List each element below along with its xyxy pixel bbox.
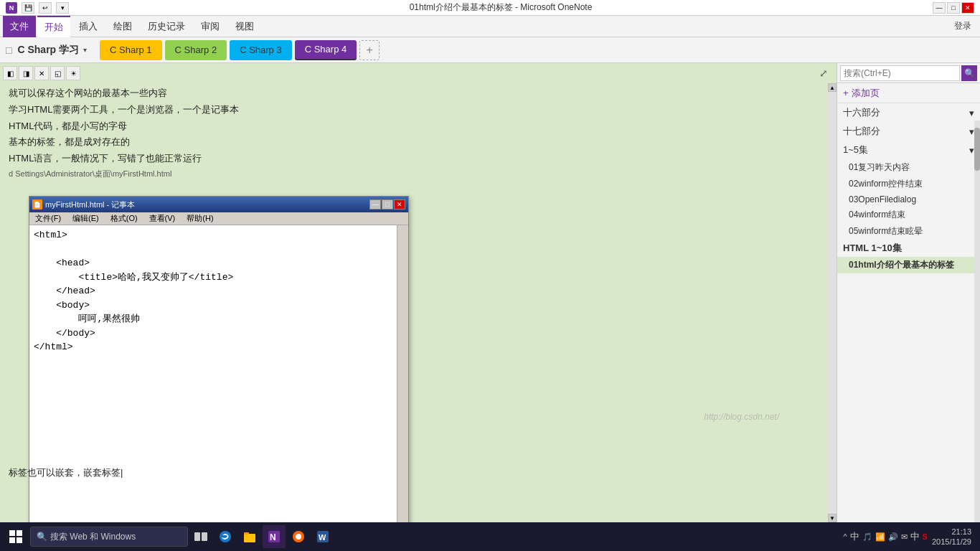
app-btn-5[interactable] xyxy=(287,525,310,548)
sidebar-section-16[interactable]: 十六部分 ▾ xyxy=(837,103,980,122)
svg-text:N: N xyxy=(270,532,276,542)
np-menu-file[interactable]: 文件(F) xyxy=(29,212,67,225)
sidebar-section-15[interactable]: 1~5集 ▾ xyxy=(837,141,980,159)
ct-btn-close[interactable]: ✕ xyxy=(34,66,49,80)
quick-save-btn[interactable]: 💾 xyxy=(22,2,34,14)
minimize-btn[interactable]: — xyxy=(933,2,946,14)
notepad-controls: — □ ✕ xyxy=(369,199,405,209)
section-16-arrow: ▾ xyxy=(969,108,974,118)
sidebar-item-03[interactable]: 03OpenFiledialog xyxy=(837,192,980,207)
ct-btn-1[interactable]: ◧ xyxy=(3,66,17,80)
np-menu-format[interactable]: 格式(O) xyxy=(105,212,143,225)
scroll-up[interactable]: ▲ xyxy=(828,83,837,92)
np-menu-view[interactable]: 查看(V) xyxy=(143,212,182,225)
ct-btn-2[interactable]: ◨ xyxy=(19,66,33,80)
page-content: 就可以保存这个网站的最基本一些内容 学习HTML需要两个工具，一个是浏览器，一个… xyxy=(0,83,837,188)
notebook-dropdown[interactable]: ▾ xyxy=(83,46,87,54)
sidebar-section-html[interactable]: HTML 1~10集 xyxy=(837,240,980,257)
title-bar: N 💾 ↩ ▾ 01html介绍个最基本的标签 - Microsoft OneN… xyxy=(0,0,980,16)
sidebar: 🔍 + 添加页 十六部分 ▾ 十七部分 ▾ 1~5集 ▾ 01复习昨天内容 02… xyxy=(837,63,980,522)
ribbon-tab-draw[interactable]: 绘图 xyxy=(106,16,139,37)
restore-btn[interactable]: □ xyxy=(947,2,960,14)
sidebar-item-04[interactable]: 04winform结束 xyxy=(837,207,980,223)
sidebar-item-05[interactable]: 05winform结束眩晕 xyxy=(837,223,980,240)
add-page-btn[interactable]: + 添加页 xyxy=(837,83,980,103)
tab-csharp1[interactable]: C Sharp 1 xyxy=(100,40,162,60)
taskbar-right: ^ 中 🎵 📶 🔊 ✉ 中 S 21:13 2015/11/29 xyxy=(843,527,977,547)
notepad-scrollbar[interactable] xyxy=(397,225,408,522)
tray-sougou: S xyxy=(923,532,928,541)
scroll-track[interactable] xyxy=(828,92,837,514)
ribbon: 文件 开始 插入 绘图 历史记录 审阅 视图 登录 xyxy=(0,16,980,37)
taskbar: 🔍 搜索 Web 和 Windows N xyxy=(0,522,980,551)
taskbar-search-icon: 🔍 xyxy=(37,532,47,542)
tray-msg: ✉ xyxy=(901,532,908,542)
ct-btn-restore[interactable]: ◱ xyxy=(50,66,65,80)
search-button[interactable]: 🔍 xyxy=(961,65,977,81)
ribbon-tab-file[interactable]: 文件 xyxy=(3,16,36,37)
tab-csharp4[interactable]: C Sharp 4 xyxy=(295,40,357,60)
notebook-name[interactable]: C Sharp 学习 xyxy=(17,44,79,57)
np-menu-help[interactable]: 帮助(H) xyxy=(181,212,219,225)
scroll-down[interactable]: ▼ xyxy=(828,514,837,522)
close-btn[interactable]: ✕ xyxy=(961,2,974,14)
explorer-btn[interactable] xyxy=(238,525,261,548)
tray-ime[interactable]: 中 xyxy=(910,530,920,543)
content-scrollbar[interactable]: ▲ ▼ xyxy=(828,83,837,522)
section-15-arrow: ▾ xyxy=(969,145,974,156)
start-button[interactable] xyxy=(3,524,29,550)
line-1: 就可以保存这个网站的最基本一些内容 xyxy=(9,86,828,101)
content-area: ◧ ◨ ✕ ◱ ☀ ⤢ 就可以保存这个网站的最基本一些内容 学习HTML需要两个… xyxy=(0,63,837,522)
notebook-bar: □ C Sharp 学习 ▾ C Sharp 1 C Sharp 2 C Sha… xyxy=(0,37,980,63)
svg-rect-5 xyxy=(202,532,207,541)
sidebar-section-17[interactable]: 十七部分 ▾ xyxy=(837,122,980,141)
sidebar-search: 🔍 xyxy=(837,63,980,83)
clock-date: 2015/11/29 xyxy=(932,537,971,547)
word-btn[interactable]: W xyxy=(311,525,334,548)
ribbon-tab-view[interactable]: 视图 xyxy=(228,16,261,37)
quick-access-more[interactable]: ▾ xyxy=(56,2,69,14)
sidebar-scroll-thumb xyxy=(974,128,980,171)
search-input[interactable] xyxy=(840,65,960,81)
undo-btn[interactable]: ↩ xyxy=(39,2,52,14)
tab-csharp3[interactable]: C Sharp 3 xyxy=(230,40,292,60)
notepad-icon: 📄 xyxy=(32,199,42,209)
tray-arrow[interactable]: ^ xyxy=(843,532,847,541)
expand-btn[interactable]: ⤢ xyxy=(816,66,831,80)
sys-tray: ^ 中 🎵 📶 🔊 ✉ 中 S xyxy=(843,530,928,543)
ct-btn-brightness[interactable]: ☀ xyxy=(66,66,80,80)
notebook-icon: □ xyxy=(6,44,11,56)
add-page-icon: + xyxy=(843,88,849,98)
line-3: HTML代码，都是小写的字母 xyxy=(9,119,828,134)
bottom-text: 标签也可以嵌套，嵌套标签| xyxy=(9,466,123,479)
task-view-btn[interactable] xyxy=(189,525,212,548)
code-line-3: <head> xyxy=(34,256,392,270)
taskbar-search[interactable]: 🔍 搜索 Web 和 Windows xyxy=(30,527,188,547)
svg-rect-7 xyxy=(244,534,255,542)
path-line: d Settings\Administrator\桌面\myFirstHtml.… xyxy=(9,168,828,181)
tab-csharp2[interactable]: C Sharp 2 xyxy=(165,40,227,60)
login-btn[interactable]: 登录 xyxy=(954,20,977,32)
np-close[interactable]: ✕ xyxy=(394,199,405,209)
main-area: ◧ ◨ ✕ ◱ ☀ ⤢ 就可以保存这个网站的最基本一些内容 学习HTML需要两个… xyxy=(0,63,980,522)
content-toolbar: ◧ ◨ ✕ ◱ ☀ xyxy=(0,63,837,83)
sidebar-item-01[interactable]: 01复习昨天内容 xyxy=(837,159,980,176)
np-restore[interactable]: □ xyxy=(382,199,393,209)
sidebar-scrollbar[interactable] xyxy=(974,121,980,522)
onenote-btn[interactable]: N xyxy=(263,525,286,548)
watermark: http://blog.csdn.net/ xyxy=(704,412,779,422)
svg-rect-3 xyxy=(17,537,22,543)
edge-btn[interactable] xyxy=(214,525,237,548)
tray-keyboard: 中 xyxy=(850,530,859,543)
ribbon-tab-home[interactable]: 开始 xyxy=(37,16,70,37)
np-minimize[interactable]: — xyxy=(369,199,381,209)
ribbon-tab-review[interactable]: 审阅 xyxy=(194,16,227,37)
ribbon-tab-insert[interactable]: 插入 xyxy=(72,16,105,37)
sidebar-item-02[interactable]: 02winform控件结束 xyxy=(837,176,980,192)
tray-volume: 🔊 xyxy=(888,532,898,542)
add-tab-btn[interactable]: + xyxy=(359,40,380,60)
tray-music: 🎵 xyxy=(862,532,872,542)
np-menu-edit[interactable]: 编辑(E) xyxy=(67,212,105,225)
sidebar-item-html01[interactable]: 01html介绍个最基本的标签 xyxy=(837,257,980,273)
ribbon-tab-history[interactable]: 历史记录 xyxy=(141,16,192,37)
